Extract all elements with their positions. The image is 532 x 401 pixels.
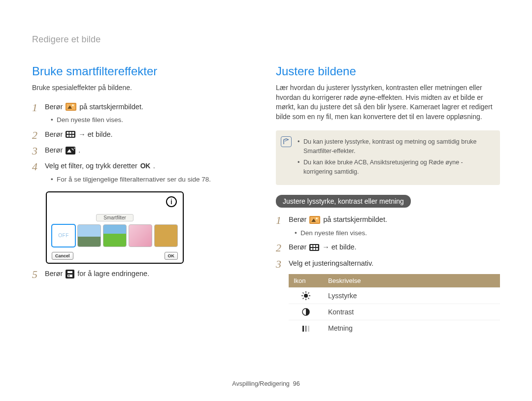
svg-rect-1	[66, 104, 75, 110]
subheader-adjust: Justere lysstyrke, kontrast eller metnin…	[276, 195, 411, 208]
note-box: Du kan justere lysstyrke, kontrast og me…	[276, 130, 500, 185]
gallery-icon	[66, 103, 76, 111]
svg-rect-40	[305, 326, 307, 332]
info-icon: i	[166, 196, 177, 207]
steps-right: 1 Berør på startskjermbildet. Den nyeste…	[276, 215, 500, 270]
filter-thumb	[154, 224, 178, 247]
step-text: på startskjermbildet.	[323, 215, 387, 225]
step-text: Berør	[45, 145, 63, 156]
note-item: Du kan ikke bruke ACB, Ansiktsretusjerin…	[298, 158, 493, 177]
right-column: Justere bildene Lær hvordan du justerer …	[276, 64, 500, 336]
step-number: 1	[276, 215, 289, 226]
step-text: Velg et justeringsalternativ.	[289, 259, 373, 267]
svg-rect-39	[302, 326, 304, 332]
table-header-desc: Beskrivelse	[323, 274, 500, 288]
svg-line-34	[303, 293, 304, 294]
smartfilter-label: Smartfilter	[96, 214, 133, 221]
svg-rect-5	[67, 132, 69, 134]
page-footer: Avspilling/Redigering 96	[0, 380, 532, 387]
section-title-adjust: Justere bildene	[276, 64, 500, 78]
svg-rect-25	[316, 245, 318, 247]
saturation-icon	[301, 325, 310, 333]
svg-point-29	[304, 294, 308, 298]
left-column: Bruke smartfiltereffekter Bruke spesiale…	[32, 64, 256, 336]
svg-rect-9	[69, 135, 71, 137]
svg-rect-24	[313, 245, 315, 247]
svg-rect-26	[311, 248, 313, 250]
section-title-smartfilter: Bruke smartfiltereffekter	[32, 64, 256, 78]
footer-page: 96	[293, 380, 300, 387]
device-screenshot: i Smartfilter OFF Cancel OK	[46, 191, 184, 264]
table-row: Lysstyrke	[289, 287, 500, 304]
cancel-button: Cancel	[52, 252, 73, 260]
step-number: 2	[32, 129, 45, 141]
step-sub-bullet: For å se tilgjengelige filteralternative…	[51, 175, 211, 185]
table-row: Metning	[289, 320, 500, 336]
svg-rect-10	[72, 135, 74, 137]
note-icon	[281, 136, 292, 147]
table-cell: Metning	[323, 320, 500, 336]
svg-rect-15	[67, 271, 72, 273]
adjustment-table: Ikon Beskrivelse Lysstyrke Kontrast Metn…	[289, 274, 500, 336]
step-sub-bullet: Den nyeste filen vises.	[295, 228, 387, 238]
step-number: 4	[32, 161, 45, 173]
filter-thumb	[129, 224, 152, 247]
footer-section: Avspilling/Redigering	[232, 380, 290, 387]
step-number: 3	[276, 258, 289, 270]
step-number: 2	[276, 242, 289, 254]
step-text: for å lagre endringene.	[77, 269, 149, 279]
intro-left: Bruke spesialeffekter på bildene.	[32, 83, 256, 93]
step-text: Velg et filter, og trykk deretter	[45, 161, 137, 172]
step-text: Berør	[289, 242, 306, 253]
grid-icon	[309, 244, 319, 251]
intro-right: Lær hvordan du justerer lysstyrken, kont…	[276, 83, 500, 122]
svg-rect-27	[313, 248, 315, 250]
breadcrumb: Redigere et bilde	[32, 34, 500, 45]
step-text: .	[78, 145, 80, 156]
step-text: Berør	[45, 269, 63, 279]
svg-point-21	[316, 217, 318, 219]
gallery-icon	[309, 216, 320, 224]
filter-thumb	[77, 224, 101, 247]
step-text: Berør	[45, 129, 63, 140]
step-sub-bullet: Den nyeste filen vises.	[51, 115, 143, 125]
table-header-icon: Ikon	[289, 274, 323, 288]
grid-icon	[66, 131, 75, 138]
step-text: → et bilde.	[322, 242, 356, 253]
table-row: Kontrast	[289, 304, 500, 320]
note-item: Du kan justere lysstyrke, kontrast og me…	[298, 137, 493, 156]
save-icon	[66, 270, 74, 278]
filter-thumb-off: OFF	[52, 224, 75, 247]
step-number: 5	[32, 269, 45, 280]
table-cell: Kontrast	[323, 304, 500, 320]
ok-button: OK	[165, 252, 178, 260]
svg-line-35	[308, 298, 309, 299]
svg-rect-19	[310, 217, 319, 223]
filter-thumb	[103, 224, 127, 247]
svg-rect-7	[72, 132, 74, 134]
step-text: Berør	[289, 215, 306, 225]
svg-rect-14	[66, 270, 74, 278]
step-text: .	[153, 161, 155, 172]
svg-point-3	[72, 104, 74, 106]
svg-line-37	[303, 298, 304, 299]
svg-rect-6	[69, 132, 71, 134]
step-number: 1	[32, 102, 45, 114]
svg-line-36	[308, 293, 309, 294]
svg-rect-16	[67, 275, 72, 277]
svg-rect-17	[68, 275, 69, 277]
ok-icon: OK	[140, 161, 150, 171]
step-text: på startskjermbildet.	[79, 102, 143, 113]
step-text: → et bilde.	[78, 129, 112, 140]
steps-left: 1 Berør på startskjermbildet. Den nyeste…	[32, 102, 256, 185]
table-cell: Lysstyrke	[323, 287, 500, 304]
contrast-icon	[301, 308, 310, 316]
svg-rect-23	[311, 245, 313, 247]
step-number: 3	[32, 145, 45, 157]
step-text: Berør	[45, 102, 63, 113]
svg-rect-28	[316, 248, 318, 250]
svg-text:+: +	[73, 147, 75, 150]
svg-rect-41	[308, 326, 309, 332]
edit-photo-icon: +	[66, 147, 75, 154]
brightness-icon	[301, 291, 310, 300]
